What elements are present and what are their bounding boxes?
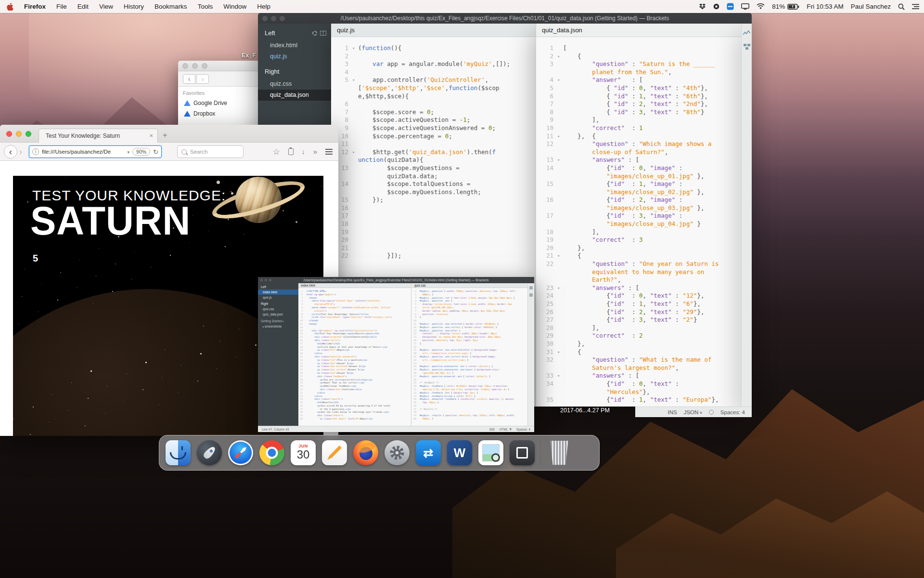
- back-button[interactable]: ‹: [183, 74, 195, 84]
- menubar-clock[interactable]: Fri 10:53 AM: [807, 3, 844, 10]
- dock-firefox[interactable]: [353, 440, 379, 466]
- dock-launchpad[interactable]: [196, 440, 222, 466]
- code-line[interactable]: 17 <h2>Welcome!</h2>: [298, 342, 411, 346]
- code-line[interactable]: 17: [331, 212, 536, 220]
- code-line[interactable]: 20: [331, 236, 536, 244]
- code-line[interactable]: 21 <div class="question answered">: [298, 355, 411, 359]
- code-line[interactable]: 6 { "id" : 1, "text" : "6th"},: [536, 92, 741, 101]
- sidebar-file-quiz-data-json[interactable]: quiz_data.json: [258, 312, 298, 317]
- language-mode-selector[interactable]: HTML: [500, 427, 512, 432]
- close-button[interactable]: [182, 63, 188, 69]
- dock-teamviewer[interactable]: [415, 440, 441, 466]
- code-line[interactable]: 3#myQuiz .question .txt { font-size: 1.6…: [412, 297, 527, 300]
- code-line[interactable]: $scope.myQuestions.length;: [331, 188, 536, 197]
- code-line[interactable]: "images/close_up_02.jpg" },: [536, 188, 741, 197]
- code-line[interactable]: 10 "correct" : 1: [536, 124, 741, 132]
- fold-arrow-icon[interactable]: ▾: [352, 44, 358, 53]
- extension-manager-icon[interactable]: [529, 293, 533, 297]
- code-line[interactable]: 27 <div class="feedback">: [298, 375, 411, 379]
- bookmark-star-icon[interactable]: [272, 147, 280, 157]
- code-line[interactable]: unction(quizData){: [331, 156, 536, 164]
- code-line[interactable]: 35 <h3>Results</h3>: [298, 401, 411, 405]
- project-dropdown[interactable]: Getting Started: [258, 317, 298, 324]
- editor-filename[interactable]: quiz_data.json: [536, 24, 741, 37]
- code-line[interactable]: 39#myQuiz .results { position: absolute;…: [412, 414, 527, 418]
- code-line[interactable]: 14 {"id" : 0, "image" :: [536, 164, 741, 172]
- code-line[interactable]: 32 </div>: [298, 392, 411, 395]
- code-line[interactable]: 22 url(../images/icon_correct.svg); }: [412, 359, 527, 362]
- code-line[interactable]: "images/close_up_03.jpg" },: [536, 204, 741, 212]
- code-line[interactable]: 16 position: absolute; top: 5px; right: …: [412, 339, 527, 342]
- code-line[interactable]: 30#myQuiz .feedback { color: #ef6e6e; ma…: [412, 385, 527, 388]
- editor-filename[interactable]: quiz.css: [412, 283, 527, 288]
- health-report-icon[interactable]: [743, 30, 750, 36]
- code-line[interactable]: 10 </head>: [298, 319, 411, 323]
- code-line[interactable]: 8 $scope.activeQuestion = -1;: [331, 116, 536, 124]
- fold-arrow-icon[interactable]: ▾: [352, 148, 358, 157]
- zoom-button[interactable]: [202, 63, 207, 69]
- code-line[interactable]: 19#myQuiz .question .ans.selected:after …: [412, 349, 527, 352]
- code-line[interactable]: 10 $scope.percentage = 0;: [331, 132, 536, 141]
- code-line[interactable]: 5▾ app.controller('QuizController',: [331, 76, 536, 84]
- code-line[interactable]: 1[: [536, 44, 741, 53]
- code-line[interactable]: 18 ],: [536, 228, 741, 236]
- editor-filename[interactable]: quiz.js: [331, 24, 536, 37]
- code-line[interactable]: "Hercules"},: [536, 388, 741, 396]
- code-line[interactable]: 23 <p class="ans">Answer 1</p>: [298, 362, 411, 366]
- code-line[interactable]: 4: [331, 68, 536, 77]
- code-line[interactable]: 9 $scope.activeQuestionAnswered = 0;: [331, 124, 536, 132]
- code-line[interactable]: 19 "correct" : 3: [536, 236, 741, 244]
- code-line[interactable]: 3 var app = angular.module('myQuiz',[]);: [331, 60, 536, 68]
- menu-history[interactable]: History: [124, 3, 144, 10]
- fold-arrow-icon[interactable]: ▾: [557, 53, 563, 61]
- code-line[interactable]: 38 <p>Use the links below to challenge y…: [298, 411, 411, 414]
- code-line[interactable]: 16 <div class="intro">: [298, 339, 411, 342]
- sidebar-folder-screenshots[interactable]: screenshots: [258, 324, 298, 329]
- spaces-indicator[interactable]: Spaces: 4: [720, 409, 745, 415]
- code-line[interactable]: 35 {"id" : 1, "text" : "Europa"},: [536, 396, 741, 404]
- code-line[interactable]: 4▾ "answer" : [: [536, 76, 741, 84]
- code-line[interactable]: 40 550px; }: [412, 418, 527, 420]
- code-line[interactable]: 11: [331, 140, 536, 148]
- code-line[interactable]: 33 </div>: [298, 395, 411, 398]
- sidebar-file-quiz-js[interactable]: quiz.js: [258, 295, 298, 300]
- downloads-icon[interactable]: [302, 147, 305, 156]
- search-input[interactable]: Search: [177, 145, 244, 158]
- sidebar-file-quiz-css[interactable]: quiz.css: [258, 306, 298, 312]
- dock-preview[interactable]: [478, 440, 504, 466]
- code-editor-quiz-css[interactable]: 1#myQuiz .question { width: 550px; posit…: [412, 289, 527, 420]
- fold-arrow-icon[interactable]: ▾: [557, 156, 563, 164]
- code-line[interactable]: 21: [331, 244, 536, 252]
- new-tab-button[interactable]: +: [163, 131, 167, 140]
- display-mirroring-icon[interactable]: [741, 3, 749, 10]
- code-line[interactable]: 4 <meta http-equiv="Content-Type" conten…: [298, 300, 411, 303]
- code-line[interactable]: 5 charset=UTF-8">: [298, 303, 411, 306]
- fold-arrow-icon[interactable]: ▾: [557, 132, 563, 141]
- extension-manager-icon[interactable]: [744, 44, 750, 50]
- code-line[interactable]: 12: [298, 326, 411, 329]
- code-line[interactable]: 19: [331, 228, 536, 236]
- code-editor-quiz-data-json[interactable]: 1[2▾ {3 "question" : "Saturn is the ____…: [536, 38, 741, 407]
- health-report-icon[interactable]: [529, 286, 533, 289]
- minimize-button[interactable]: [271, 16, 276, 21]
- code-line[interactable]: 15 {"id" : 1, "image" :: [536, 180, 741, 188]
- fold-arrow-icon[interactable]: ▾: [557, 76, 563, 84]
- code-line[interactable]: 33#myQuiz .feedback strong { color: #fff…: [412, 395, 527, 398]
- zoom-button[interactable]: [269, 279, 271, 281]
- code-line[interactable]: 9 <link rel="stylesheet" type="text/css"…: [298, 316, 411, 319]
- code-line[interactable]: 37/* Results */: [412, 408, 527, 411]
- code-line[interactable]: 20 url(../images/icon_incorrect.svg); }: [412, 352, 527, 355]
- code-line[interactable]: 6: [331, 100, 536, 108]
- code-line[interactable]: 14 content: ''; display: block; width: 2…: [412, 332, 527, 336]
- language-mode-selector[interactable]: JSON: [684, 409, 702, 415]
- sidebar-file-quiz-data-json[interactable]: quiz_data.json: [258, 90, 331, 101]
- code-line[interactable]: 25#myQuiz .question.unanswered .ans:hove…: [412, 368, 527, 372]
- code-line[interactable]: 22 }]);: [331, 252, 536, 260]
- menu-file[interactable]: File: [56, 3, 67, 10]
- minimize-button[interactable]: [16, 131, 22, 137]
- code-line[interactable]: 25 {"id" : 1, "text" : "6"},: [536, 300, 741, 308]
- dock-trash[interactable]: [546, 440, 572, 466]
- editor-filename[interactable]: index.html: [298, 283, 411, 288]
- user-menu[interactable]: Paul Sanchez: [851, 3, 891, 10]
- dock-finder[interactable]: [165, 440, 191, 466]
